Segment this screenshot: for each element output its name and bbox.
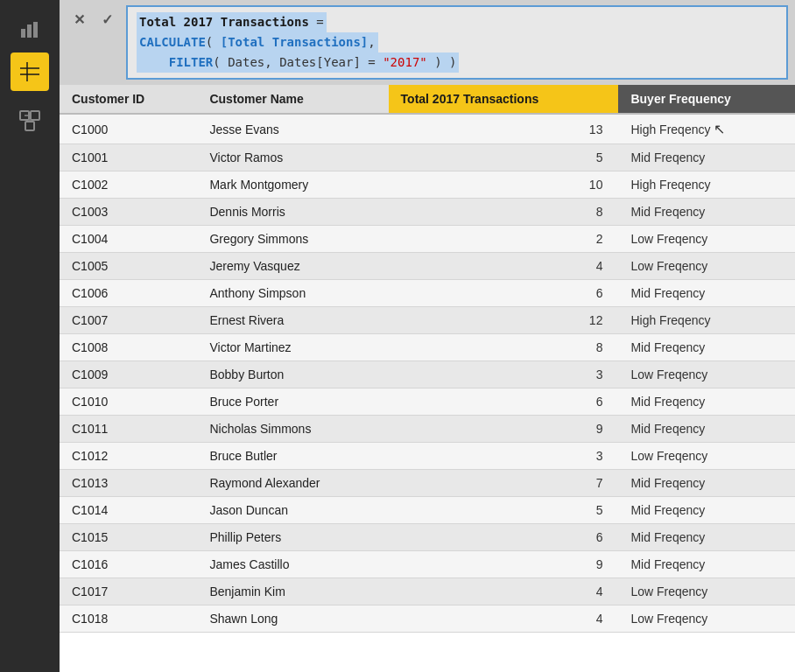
data-table-container[interactable]: Customer ID Customer Name Total 2017 Tra… bbox=[60, 85, 795, 672]
cell-customer-name: Raymond Alexander bbox=[197, 470, 388, 497]
cell-customer-name: Bruce Porter bbox=[197, 388, 388, 416]
cell-customer-id: C1002 bbox=[60, 172, 197, 199]
col-header-customer-id: Customer ID bbox=[60, 85, 197, 114]
table-row: C1015Phillip Peters6Mid Freqency bbox=[60, 524, 795, 551]
cell-total-2017: 8 bbox=[389, 199, 619, 226]
table-row: C1004Gregory Simmons2Low Freqency bbox=[60, 226, 795, 253]
cell-total-2017: 5 bbox=[389, 497, 619, 524]
cell-total-2017: 7 bbox=[389, 470, 619, 497]
cell-customer-name: Dennis Morris bbox=[197, 199, 388, 226]
cell-customer-name: Mark Montgomery bbox=[197, 172, 388, 199]
bar-chart-icon[interactable] bbox=[11, 10, 49, 49]
cell-customer-name: Anthony Simpson bbox=[197, 280, 388, 307]
cell-customer-id: C1001 bbox=[60, 144, 197, 172]
cell-buyer-freq: Mid Freqency bbox=[618, 199, 795, 226]
confirm-button[interactable]: ✓ bbox=[95, 7, 119, 32]
cell-customer-name: Benjamin Kim bbox=[197, 578, 388, 606]
cell-customer-name: Ernest Rivera bbox=[197, 307, 388, 334]
cell-total-2017: 4 bbox=[389, 253, 619, 280]
cell-customer-id: C1004 bbox=[60, 226, 197, 253]
formula-input[interactable]: Total 2017 Transactions = CALCULATE( [To… bbox=[126, 5, 788, 80]
cell-customer-id: C1017 bbox=[60, 578, 197, 606]
cell-total-2017: 6 bbox=[389, 388, 619, 416]
cell-customer-id: C1009 bbox=[60, 361, 197, 388]
cell-customer-name: Phillip Peters bbox=[197, 524, 388, 551]
cancel-button[interactable]: ✕ bbox=[67, 7, 91, 32]
cell-customer-id: C1003 bbox=[60, 199, 197, 226]
cell-customer-name: Gregory Simmons bbox=[197, 226, 388, 253]
cell-customer-id: C1016 bbox=[60, 551, 197, 578]
cell-total-2017: 3 bbox=[389, 443, 619, 470]
sidebar bbox=[0, 0, 60, 672]
cell-customer-id: C1011 bbox=[60, 416, 197, 443]
cell-buyer-freq: Mid Freqency bbox=[618, 280, 795, 307]
cell-total-2017: 2 bbox=[389, 226, 619, 253]
table-header-row: Customer ID Customer Name Total 2017 Tra… bbox=[60, 85, 795, 114]
cell-total-2017: 3 bbox=[389, 361, 619, 388]
cell-buyer-freq: Low Freqency bbox=[618, 253, 795, 280]
table-row: C1006Anthony Simpson6Mid Freqency bbox=[60, 280, 795, 307]
cell-customer-name: Jeremy Vasquez bbox=[197, 253, 388, 280]
cell-buyer-freq: Mid Freqency bbox=[618, 551, 795, 578]
col-header-buyer-freq: Buyer Frequency bbox=[618, 85, 795, 114]
main-area: ✕ ✓ Total 2017 Transactions = CALCULATE(… bbox=[60, 0, 795, 672]
cell-customer-name: Jason Duncan bbox=[197, 497, 388, 524]
cell-total-2017: 13 bbox=[389, 114, 619, 144]
table-icon[interactable] bbox=[11, 52, 49, 91]
cell-buyer-freq: Low Freqency bbox=[618, 578, 795, 606]
cell-total-2017: 6 bbox=[389, 524, 619, 551]
cell-total-2017: 9 bbox=[389, 551, 619, 578]
cell-buyer-freq: High Freqency bbox=[618, 172, 795, 199]
cell-customer-name: Victor Ramos bbox=[197, 144, 388, 172]
cell-buyer-freq: Low Freqency bbox=[618, 361, 795, 388]
cell-total-2017: 12 bbox=[389, 307, 619, 334]
svg-rect-3 bbox=[20, 62, 39, 81]
cell-customer-id: C1018 bbox=[60, 606, 197, 633]
cell-customer-id: C1007 bbox=[60, 307, 197, 334]
cell-customer-name: Bruce Butler bbox=[197, 443, 388, 470]
cell-buyer-freq: Mid Freqency bbox=[618, 334, 795, 361]
cell-buyer-freq: Low Freqency bbox=[618, 226, 795, 253]
cell-buyer-freq: Mid Freqency bbox=[618, 497, 795, 524]
svg-rect-1 bbox=[27, 24, 32, 38]
col-header-total-2017: Total 2017 Transactions bbox=[389, 85, 619, 114]
cell-total-2017: 10 bbox=[389, 172, 619, 199]
table-row: C1012Bruce Butler3Low Freqency bbox=[60, 443, 795, 470]
cell-customer-id: C1000 bbox=[60, 114, 197, 144]
table-row: C1007Ernest Rivera12High Freqency bbox=[60, 307, 795, 334]
cell-customer-name: Victor Martinez bbox=[197, 334, 388, 361]
cell-customer-id: C1013 bbox=[60, 470, 197, 497]
table-row: C1008Victor Martinez8Mid Freqency bbox=[60, 334, 795, 361]
cell-total-2017: 9 bbox=[389, 416, 619, 443]
cell-buyer-freq: Mid Freqency bbox=[618, 144, 795, 172]
formula-bar: ✕ ✓ Total 2017 Transactions = CALCULATE(… bbox=[60, 0, 795, 85]
cell-buyer-freq: High Freqency↖ bbox=[618, 114, 795, 144]
svg-rect-9 bbox=[25, 122, 34, 130]
cell-customer-name: Bobby Burton bbox=[197, 361, 388, 388]
cell-buyer-freq: Mid Freqency bbox=[618, 416, 795, 443]
model-icon[interactable] bbox=[11, 102, 49, 140]
svg-rect-8 bbox=[31, 111, 39, 120]
cell-customer-id: C1006 bbox=[60, 280, 197, 307]
table-row: C1018Shawn Long4Low Freqency bbox=[60, 606, 795, 633]
svg-rect-0 bbox=[21, 29, 25, 38]
cell-buyer-freq: Low Freqency bbox=[618, 606, 795, 633]
table-row: C1003Dennis Morris8Mid Freqency bbox=[60, 199, 795, 226]
cell-buyer-freq: High Freqency bbox=[618, 307, 795, 334]
table-row: C1009Bobby Burton3Low Freqency bbox=[60, 361, 795, 388]
table-row: C1011Nicholas Simmons9Mid Freqency bbox=[60, 416, 795, 443]
table-row: C1005Jeremy Vasquez4Low Freqency bbox=[60, 253, 795, 280]
cell-customer-name: James Castillo bbox=[197, 551, 388, 578]
cell-customer-id: C1015 bbox=[60, 524, 197, 551]
cell-total-2017: 6 bbox=[389, 280, 619, 307]
table-row: C1002Mark Montgomery10High Freqency bbox=[60, 172, 795, 199]
col-header-customer-name: Customer Name bbox=[197, 85, 388, 114]
svg-rect-2 bbox=[33, 22, 38, 38]
cell-total-2017: 4 bbox=[389, 578, 619, 606]
cell-buyer-freq: Mid Freqency bbox=[618, 388, 795, 416]
cell-total-2017: 5 bbox=[389, 144, 619, 172]
cell-customer-name: Shawn Long bbox=[197, 606, 388, 633]
formula-actions: ✕ ✓ bbox=[67, 5, 119, 32]
cell-customer-id: C1014 bbox=[60, 497, 197, 524]
cell-customer-id: C1008 bbox=[60, 334, 197, 361]
